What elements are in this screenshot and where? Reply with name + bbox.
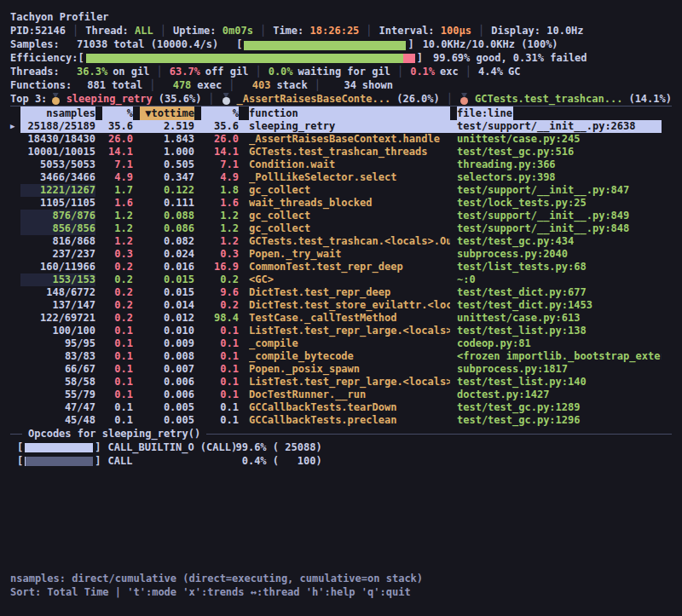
function-stat-value: 881: [77, 78, 106, 92]
functions-stats: 881total│478exec│403stack│34shown: [77, 78, 393, 92]
table-row[interactable]: 5053/5053 7.1 0.505 7.1 Condition.wait t…: [20, 158, 662, 171]
cell-tottime: 0.024: [140, 248, 194, 261]
cell-nsamples: 100/100: [20, 325, 95, 337]
medal-icon: [222, 93, 231, 105]
cell-percent-direct: 1.7: [102, 184, 133, 197]
top3-function-name: GCTests.test_trashcan...: [475, 92, 622, 106]
table-row[interactable]: 876/876 1.2 0.088 1.2 gc_collect test/su…: [20, 210, 662, 222]
cell-function-name: _compile: [249, 337, 450, 350]
cell-percent-cumulative: 0.3: [201, 248, 239, 261]
cell-nsamples: 95/95: [20, 337, 95, 350]
medal-icon: [459, 93, 469, 105]
cell-percent-direct: 0.1: [102, 401, 133, 414]
cell-file-line: test/support/__init__.py:2638: [457, 120, 662, 133]
footer-help-line-2: Sort: Total Time | 't':mode 'x':trends ↔…: [10, 585, 672, 599]
table-row[interactable]: 1105/1105 1.6 0.111 1.6 wait_threads_blo…: [20, 197, 662, 210]
table-row[interactable]: 153/153 0.2 0.015 0.2 <GC> ~:0: [20, 273, 662, 286]
cell-percent-direct: 0.1: [102, 337, 133, 350]
separator-bar: │: [359, 24, 379, 37]
header-percent-cumulative[interactable]: %: [201, 107, 239, 120]
header-percent-direct[interactable]: %: [102, 107, 133, 120]
samples-rate-text: 10.0KHz/10.0KHz (100%): [423, 37, 558, 51]
cell-percent-direct: 0.2: [102, 261, 133, 273]
table-row[interactable]: 100/100 0.1 0.010 0.1 ListTest.test_repr…: [20, 325, 662, 337]
header-function[interactable]: function: [249, 107, 450, 120]
cell-nsamples: 66/67: [20, 363, 95, 376]
top3-function-name: _AssertRaisesBaseConte...: [237, 92, 391, 106]
top3-entry: sleeping_retry(35.6%): [51, 92, 202, 106]
cell-function-name: <GC>: [249, 273, 450, 286]
efficiency-bar-failed-fill: [403, 54, 415, 63]
separator-bar: │: [66, 24, 85, 37]
table-row[interactable]: 95/95 0.1 0.009 0.1 _compile codeop.py:8…: [20, 337, 662, 350]
cell-file-line: subprocess.py:1817: [457, 363, 662, 376]
cell-function-name: Popen._posix_spawn: [249, 363, 450, 376]
efficiency-line: Efficiency:[]99.69% good, 0.31% failed: [10, 51, 672, 65]
cell-percent-cumulative: 0.1: [201, 325, 239, 337]
table-row[interactable]: 47/47 0.1 0.005 0.1 GCCallbackTests.tear…: [20, 401, 662, 414]
table-row[interactable]: 83/83 0.1 0.008 0.1 _compile_bytecode <f…: [20, 350, 662, 363]
cell-function-name: ListTest.test_repr_large.<locals>.c...: [249, 325, 450, 337]
table-row[interactable]: 45/48 0.1 0.005 0.1 GCCallbackTests.prec…: [20, 414, 662, 427]
top3-entries: sleeping_retry(35.6%)│_AssertRaisesBaseC…: [51, 92, 672, 106]
cell-percent-cumulative: 0.1: [201, 376, 239, 389]
separator-bar: │: [248, 65, 268, 78]
header-file-line[interactable]: file:line: [457, 107, 513, 120]
medal-circle: [223, 97, 230, 105]
table-row[interactable]: 160/11966 0.2 0.016 16.9 CommonTest.test…: [20, 261, 662, 273]
cell-function-name: GCCallbackTests.tearDown: [249, 401, 450, 414]
function-stat-label: exec: [197, 78, 222, 92]
cell-file-line: test/test_dict.py:1453: [457, 299, 662, 312]
table-row[interactable]: 18430/18430 26.0 1.843 26.0 _AssertRaise…: [20, 133, 662, 146]
table-row[interactable]: 66/67 0.1 0.007 0.1 Popen._posix_spawn s…: [20, 363, 662, 376]
table-row[interactable]: 237/237 0.3 0.024 0.3 Popen._try_wait su…: [20, 248, 662, 261]
cell-nsamples: 25188/25189: [20, 120, 95, 133]
top3-entry: _AssertRaisesBaseConte...(26.0%): [222, 92, 440, 106]
table-row[interactable]: 25188/25189 35.6 2.519 35.6 sleeping_ret…: [20, 120, 662, 133]
cell-percent-cumulative: 0.2: [201, 299, 239, 312]
table-row[interactable]: 122/69721 0.2 0.012 98.4 TestCase._callT…: [20, 312, 662, 325]
table-row[interactable]: 3466/3466 4.9 0.347 4.9 _PollLikeSelecto…: [20, 171, 662, 184]
efficiency-label: Efficiency:: [10, 51, 78, 65]
cell-file-line: test/lock_tests.py:25: [457, 197, 662, 210]
cell-tottime: 0.006: [140, 376, 194, 389]
bar-close-bracket: ]: [417, 51, 423, 65]
table-row[interactable]: 55/79 0.1 0.006 0.1 DocTestRunner.__run …: [20, 389, 662, 401]
cell-nsamples: 856/856: [20, 222, 95, 235]
threads-stats: 36.3%on gil│63.7%off gil│0.0%waiting for…: [77, 65, 520, 78]
thread-value[interactable]: ALL: [135, 24, 153, 37]
cell-nsamples: 153/153: [20, 273, 95, 286]
header-nsamples[interactable]: nsamples: [20, 107, 95, 120]
table-row[interactable]: 856/856 1.2 0.086 1.2 gc_collect test/su…: [20, 222, 662, 235]
pid-value: 52146: [35, 24, 66, 37]
cell-percent-direct: 0.1: [102, 389, 133, 401]
cell-percent-cumulative: 0.1: [201, 401, 239, 414]
table-row[interactable]: 1221/1267 1.7 0.122 1.8 gc_collect test/…: [20, 184, 662, 197]
divider-line: [10, 434, 22, 435]
thread-stat-value: 0.0%: [269, 65, 293, 78]
cell-tottime: 0.015: [140, 286, 194, 299]
header-tottime-sorted[interactable]: ▼tottime: [140, 107, 194, 120]
cell-percent-direct: 1.2: [102, 222, 133, 235]
table-row[interactable]: 148/6772 0.2 0.015 9.6 DictTest.test_rep…: [20, 286, 662, 299]
opcode-bar: [25, 457, 93, 466]
opcodes-list: []CALL_BUILTIN_O (CALL)99.6% ( 25088)[]C…: [10, 440, 672, 468]
table-row[interactable]: 816/868 1.2 0.082 1.2 GCTests.test_trash…: [20, 235, 662, 248]
separator-bar: │: [222, 78, 241, 92]
thread-stat-label: on gil: [113, 65, 149, 78]
cell-file-line: doctest.py:1427: [457, 389, 662, 401]
opcode-stat: 99.6% ( 25088): [235, 441, 321, 453]
efficiency-bar-good-fill: [86, 54, 403, 63]
table-row[interactable]: 137/147 0.2 0.014 0.2 DictTest.test_stor…: [20, 299, 662, 312]
table-row[interactable]: 58/58 0.1 0.006 0.1 ListTest.test_repr_l…: [20, 376, 662, 389]
cell-nsamples: 10001/10015: [20, 146, 95, 158]
thread-stat-value: 4.4%: [478, 65, 503, 78]
efficiency-bar: [86, 54, 415, 63]
display-label: Display:: [491, 24, 540, 37]
interval-value: 100µs: [441, 24, 471, 37]
cell-percent-cumulative: 0.1: [201, 337, 239, 350]
cell-percent-cumulative: 1.2: [201, 235, 239, 248]
cell-percent-direct: 4.9: [102, 171, 133, 184]
selected-row-pointer-icon: ▶: [10, 120, 14, 133]
table-row[interactable]: 10001/10015 14.1 1.000 14.1 GCTests.test…: [20, 146, 662, 158]
